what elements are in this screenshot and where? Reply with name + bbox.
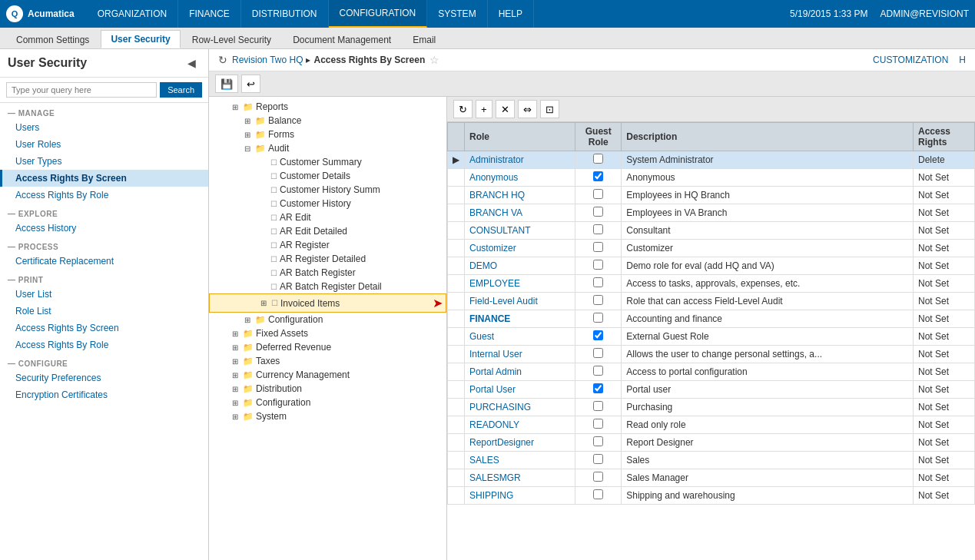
- sidebar-toggle[interactable]: ◀: [183, 55, 201, 71]
- guest-role-cell[interactable]: [575, 434, 622, 452]
- guest-role-checkbox[interactable]: [593, 242, 603, 252]
- guest-role-cell[interactable]: [575, 363, 622, 381]
- tree-item-customer-summary[interactable]: ☐ Customer Summary: [209, 155, 446, 169]
- guest-role-cell[interactable]: [575, 169, 622, 187]
- guest-role-checkbox[interactable]: [593, 489, 603, 499]
- refresh-button[interactable]: ↻: [218, 54, 227, 66]
- tab-common-settings[interactable]: Common Settings: [6, 31, 99, 48]
- expand-icon[interactable]: ⊞: [232, 399, 243, 407]
- sidebar-item-role-list[interactable]: Role List: [0, 303, 208, 320]
- table-row[interactable]: Portal User Portal user Not Set: [448, 381, 975, 399]
- role-cell[interactable]: SALESMGR: [465, 469, 575, 487]
- guest-role-checkbox[interactable]: [593, 277, 603, 287]
- sidebar-item-access-rights-by-screen[interactable]: Access Rights By Screen: [0, 170, 208, 187]
- tab-document-management[interactable]: Document Management: [283, 31, 401, 48]
- tree-item-fixed-assets[interactable]: ⊞ 📁 Fixed Assets: [209, 326, 446, 340]
- help-link[interactable]: H: [959, 55, 966, 65]
- guest-role-checkbox[interactable]: [593, 472, 603, 482]
- guest-role-checkbox[interactable]: [593, 171, 603, 181]
- guest-role-checkbox[interactable]: [593, 189, 603, 199]
- search-button[interactable]: Search: [160, 82, 202, 98]
- guest-role-cell[interactable]: [575, 222, 622, 240]
- tab-row-level-security[interactable]: Row-Level Security: [182, 31, 281, 48]
- tree-item-invoiced-items[interactable]: ⊞ ☐ Invoiced Items ➤: [209, 293, 446, 313]
- guest-role-checkbox[interactable]: [593, 366, 603, 376]
- customization-link[interactable]: CUSTOMIZATION: [873, 55, 948, 65]
- tree-item-ar-edit-detailed[interactable]: ☐ AR Edit Detailed: [209, 224, 446, 238]
- table-row[interactable]: Guest External Guest Role Not Set: [448, 328, 975, 346]
- expand-icon[interactable]: ⊞: [232, 413, 243, 421]
- expand-icon[interactable]: ⊞: [232, 357, 243, 366]
- sidebar-item-certificate-replacement[interactable]: Certificate Replacement: [0, 253, 208, 270]
- guest-role-cell[interactable]: [575, 240, 622, 257]
- tree-item-customer-history[interactable]: ☐ Customer History: [209, 197, 446, 210]
- role-cell[interactable]: BRANCH VA: [465, 204, 575, 222]
- role-cell[interactable]: ReportDesigner: [465, 434, 575, 452]
- expand-icon[interactable]: ⊞: [232, 343, 243, 352]
- grid-expand-button[interactable]: ⊡: [540, 100, 559, 118]
- tree-item-balance[interactable]: ⊞ 📁 Balance: [209, 114, 446, 128]
- sidebar-item-security-preferences[interactable]: Security Preferences: [0, 369, 208, 386]
- guest-role-checkbox[interactable]: [593, 260, 603, 270]
- table-row[interactable]: Anonymous Anonymous Not Set: [448, 169, 975, 187]
- guest-role-checkbox[interactable]: [593, 330, 603, 340]
- sidebar-item-user-list[interactable]: User List: [0, 286, 208, 303]
- guest-role-checkbox[interactable]: [593, 207, 603, 217]
- role-cell[interactable]: Internal User: [465, 346, 575, 363]
- sidebar-item-print-access-rights-role[interactable]: Access Rights By Role: [0, 336, 208, 353]
- role-cell[interactable]: Administrator: [465, 151, 575, 169]
- tree-item-audit[interactable]: ⊟ 📁 Audit: [209, 141, 446, 155]
- guest-role-checkbox[interactable]: [593, 436, 603, 446]
- guest-role-checkbox[interactable]: [593, 154, 603, 164]
- table-row[interactable]: SHIPPING Shipping and warehousing Not Se…: [448, 487, 975, 505]
- role-cell[interactable]: Portal User: [465, 381, 575, 399]
- guest-role-checkbox[interactable]: [593, 224, 603, 234]
- sidebar-item-access-history[interactable]: Access History: [0, 220, 208, 237]
- tab-email[interactable]: Email: [403, 31, 446, 48]
- tree-item-taxes[interactable]: ⊞ 📁 Taxes: [209, 354, 446, 368]
- tree-item-distribution[interactable]: ⊞ 📁 Distribution: [209, 382, 446, 396]
- table-row[interactable]: BRANCH VA Employees in VA Branch Not Set: [448, 204, 975, 222]
- sidebar-item-access-rights-by-role[interactable]: Access Rights By Role: [0, 187, 208, 204]
- grid-scroll[interactable]: Role GuestRole Description AccessRights …: [447, 122, 975, 560]
- grid-delete-button[interactable]: ✕: [496, 100, 515, 118]
- table-row[interactable]: Portal Admin Access to portal configurat…: [448, 363, 975, 381]
- role-cell[interactable]: EMPLOYEE: [465, 275, 575, 293]
- guest-role-checkbox[interactable]: [593, 419, 603, 429]
- sidebar-item-user-types[interactable]: User Types: [0, 153, 208, 170]
- col-guest-role[interactable]: GuestRole: [575, 123, 622, 151]
- sidebar-item-users[interactable]: Users: [0, 119, 208, 136]
- guest-role-cell[interactable]: [575, 399, 622, 416]
- role-cell[interactable]: SHIPPING: [465, 487, 575, 505]
- breadcrumb-company[interactable]: Revision Two HQ: [232, 55, 303, 65]
- tree-item-ar-batch-register-detail[interactable]: ☐ AR Batch Register Detail: [209, 280, 446, 293]
- role-cell[interactable]: Portal Admin: [465, 363, 575, 381]
- sidebar-item-user-roles[interactable]: User Roles: [0, 136, 208, 153]
- role-cell[interactable]: SALES: [465, 452, 575, 469]
- role-cell[interactable]: Field-Level Audit: [465, 293, 575, 310]
- undo-button[interactable]: ↩: [241, 75, 260, 93]
- grid-add-button[interactable]: +: [476, 100, 492, 118]
- guest-role-checkbox[interactable]: [593, 401, 603, 411]
- search-input[interactable]: [6, 82, 157, 98]
- tree-item-ar-register-detailed[interactable]: ☐ AR Register Detailed: [209, 252, 446, 266]
- nav-configuration[interactable]: CONFIGURATION: [329, 0, 428, 28]
- col-description[interactable]: Description: [622, 123, 914, 151]
- guest-role-checkbox[interactable]: [593, 313, 603, 323]
- table-row[interactable]: DEMO Demo role for eval (add HQ and VA) …: [448, 257, 975, 275]
- role-cell[interactable]: DEMO: [465, 257, 575, 275]
- nav-help[interactable]: HELP: [488, 0, 534, 28]
- guest-role-cell[interactable]: [575, 257, 622, 275]
- table-row[interactable]: FINANCE Accounting and finance Not Set: [448, 310, 975, 328]
- table-row[interactable]: ▶ Administrator System Administrator Del…: [448, 151, 975, 169]
- tree-item-ar-edit[interactable]: ☐ AR Edit: [209, 210, 446, 224]
- table-row[interactable]: Field-Level Audit Role that can access F…: [448, 293, 975, 310]
- guest-role-cell[interactable]: [575, 381, 622, 399]
- role-cell[interactable]: PURCHASING: [465, 399, 575, 416]
- tree-item-customer-history-summ[interactable]: ☐ Customer History Summ: [209, 183, 446, 197]
- col-access-rights[interactable]: AccessRights: [914, 123, 975, 151]
- table-row[interactable]: CONSULTANT Consultant Not Set: [448, 222, 975, 240]
- tree-item-forms[interactable]: ⊞ 📁 Forms: [209, 128, 446, 141]
- guest-role-cell[interactable]: [575, 151, 622, 169]
- guest-role-cell[interactable]: [575, 346, 622, 363]
